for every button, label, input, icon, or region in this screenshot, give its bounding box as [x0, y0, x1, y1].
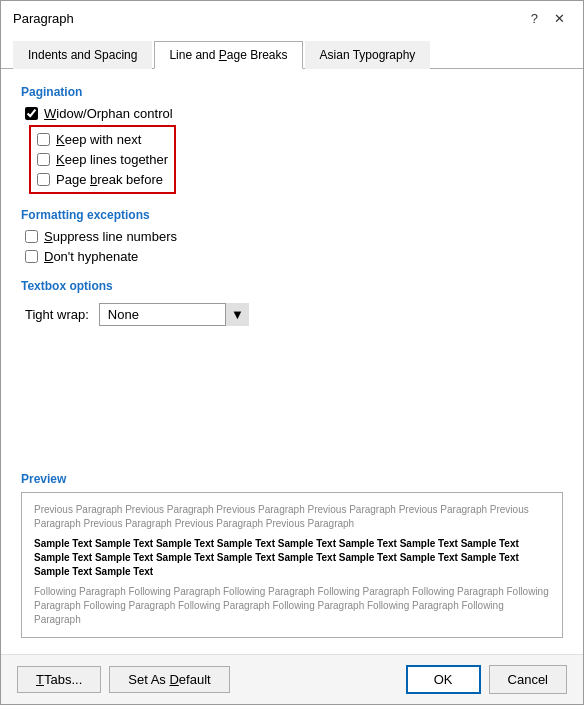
dont-hyphenate-item: Don't hyphenate — [25, 248, 563, 265]
spacer — [21, 340, 563, 448]
preview-label: Preview — [21, 472, 563, 486]
keep-lines-label[interactable]: Keep lines together — [56, 152, 168, 167]
page-break-label[interactable]: Page break before — [56, 172, 163, 187]
formatting-label: Formatting exceptions — [21, 208, 563, 222]
tabs-button[interactable]: TTabs... — [17, 666, 101, 693]
suppress-line-checkbox[interactable] — [25, 230, 38, 243]
title-bar: Paragraph ? ✕ — [1, 1, 583, 36]
preview-box: Previous Paragraph Previous Paragraph Pr… — [21, 492, 563, 638]
bottom-right-buttons: OK Cancel — [406, 665, 567, 694]
tab-indents[interactable]: Indents and Spacing — [13, 41, 152, 69]
pagination-checkboxes: Widow/Orphan control Keep with next — [25, 105, 563, 194]
keep-lines-item: Keep lines together — [37, 151, 168, 168]
tight-wrap-label: Tight wrap: — [25, 307, 89, 322]
widow-orphan-item: Widow/Orphan control — [25, 105, 563, 122]
tight-wrap-row: Tight wrap: None All First and last line… — [25, 303, 563, 326]
tight-wrap-select[interactable]: None All First and last lines First line… — [99, 303, 249, 326]
keep-lines-checkbox[interactable] — [37, 153, 50, 166]
title-bar-controls: ? ✕ — [525, 9, 571, 28]
set-default-button[interactable]: Set As Default — [109, 666, 229, 693]
preview-following-text: Following Paragraph Following Paragraph … — [34, 585, 550, 627]
widow-orphan-label[interactable]: Widow/Orphan control — [44, 106, 173, 121]
pagination-label: Pagination — [21, 85, 563, 99]
keep-next-item: Keep with next — [37, 131, 168, 148]
tab-linebreaks[interactable]: Line and Page Breaks — [154, 41, 302, 69]
suppress-line-item: Suppress line numbers — [25, 228, 563, 245]
dont-hyphenate-checkbox[interactable] — [25, 250, 38, 263]
suppress-line-label[interactable]: Suppress line numbers — [44, 229, 177, 244]
tab-bar: Indents and Spacing Line and Page Breaks… — [1, 36, 583, 69]
close-button[interactable]: ✕ — [548, 9, 571, 28]
preview-previous-text: Previous Paragraph Previous Paragraph Pr… — [34, 503, 550, 531]
page-break-checkbox[interactable] — [37, 173, 50, 186]
red-box-options: Keep with next Keep lines together Page … — [29, 125, 176, 194]
textbox-section: Textbox options Tight wrap: None All Fir… — [21, 279, 563, 326]
keep-next-label[interactable]: Keep with next — [56, 132, 141, 147]
tab-asian[interactable]: Asian Typography — [305, 41, 431, 69]
ok-button[interactable]: OK — [406, 665, 481, 694]
textbox-label: Textbox options — [21, 279, 563, 293]
keep-next-checkbox[interactable] — [37, 133, 50, 146]
preview-section: Preview Previous Paragraph Previous Para… — [21, 462, 563, 638]
help-button[interactable]: ? — [525, 9, 544, 28]
tight-wrap-dropdown-wrapper: None All First and last lines First line… — [99, 303, 249, 326]
dialog-content: Pagination Widow/Orphan control Keep wit… — [1, 69, 583, 654]
paragraph-dialog: Paragraph ? ✕ Indents and Spacing Line a… — [0, 0, 584, 705]
preview-sample-text: Sample Text Sample Text Sample Text Samp… — [34, 537, 550, 579]
formatting-section: Formatting exceptions Suppress line numb… — [21, 208, 563, 265]
widow-orphan-checkbox[interactable] — [25, 107, 38, 120]
bottom-bar: TTabs... Set As Default OK Cancel — [1, 654, 583, 704]
bottom-left-buttons: TTabs... Set As Default — [17, 666, 230, 693]
pagination-section: Pagination Widow/Orphan control Keep wit… — [21, 85, 563, 194]
formatting-checkboxes: Suppress line numbers Don't hyphenate — [25, 228, 563, 265]
page-break-item: Page break before — [37, 171, 168, 188]
dont-hyphenate-label[interactable]: Don't hyphenate — [44, 249, 138, 264]
dialog-title: Paragraph — [13, 11, 74, 26]
cancel-button[interactable]: Cancel — [489, 665, 567, 694]
